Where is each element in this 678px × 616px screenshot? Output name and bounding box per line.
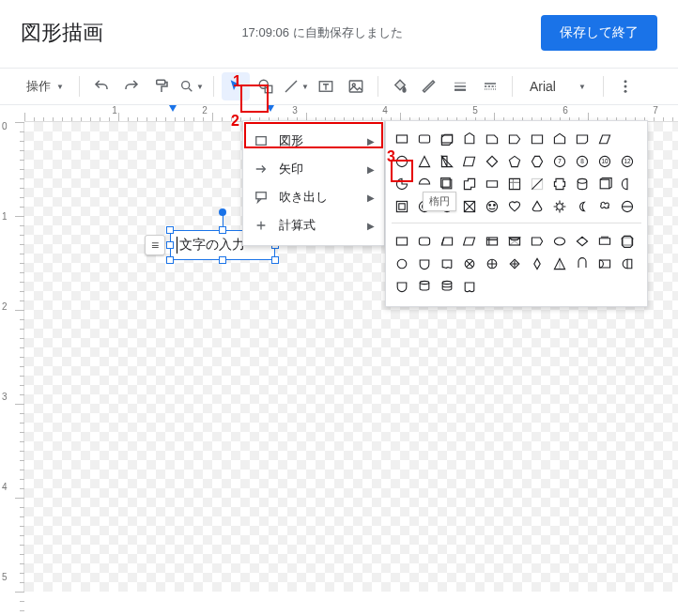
shape-option[interactable]	[617, 174, 638, 194]
redo-button[interactable]	[117, 72, 146, 100]
shape-option[interactable]	[437, 231, 457, 252]
shape-option[interactable]	[527, 174, 547, 194]
undo-button[interactable]	[87, 72, 116, 100]
shape-option[interactable]	[527, 231, 547, 252]
shape-option[interactable]	[572, 174, 593, 194]
shape-option[interactable]	[392, 254, 412, 274]
shape-option[interactable]	[414, 276, 435, 297]
shape-option[interactable]	[459, 129, 480, 149]
resize-handle[interactable]	[166, 226, 174, 234]
shape-option[interactable]	[549, 174, 570, 194]
annotation-2: 2	[231, 113, 239, 130]
border-dash-button[interactable]	[476, 72, 504, 100]
shape-option[interactable]	[504, 196, 525, 217]
shape-option[interactable]	[459, 254, 480, 274]
zoom-button[interactable]: ▼	[177, 72, 206, 100]
border-weight-button[interactable]	[446, 72, 474, 100]
shape-option[interactable]	[527, 254, 547, 274]
shape-option[interactable]	[392, 231, 412, 252]
save-and-close-button[interactable]: 保存して終了	[541, 15, 657, 51]
shape-option[interactable]	[572, 231, 593, 252]
shape-option[interactable]	[459, 151, 480, 172]
shape-option[interactable]	[594, 254, 615, 274]
shape-option[interactable]	[617, 196, 638, 217]
shape-option[interactable]	[437, 151, 457, 172]
resize-handle[interactable]	[271, 256, 279, 264]
shape-option[interactable]: 8	[572, 151, 593, 172]
shape-option[interactable]	[617, 231, 638, 252]
shape-option[interactable]	[392, 276, 412, 297]
shape-option[interactable]	[482, 254, 502, 274]
textbox-text: 文字の入力	[179, 237, 245, 254]
shape-option[interactable]	[527, 151, 547, 172]
shape-option[interactable]	[459, 174, 480, 194]
shape-option[interactable]	[572, 196, 593, 217]
shape-option[interactable]	[504, 254, 525, 274]
arrow-icon	[253, 162, 270, 176]
shape-option[interactable]: 10	[594, 151, 615, 172]
shape-option[interactable]	[504, 129, 525, 149]
menu-item-label: 吹き出し	[279, 189, 328, 206]
menu-item-equation[interactable]: 計算式 ▶	[243, 211, 384, 239]
rotate-connector	[223, 214, 223, 227]
shape-option[interactable]	[482, 231, 502, 252]
shape-option[interactable]	[504, 231, 525, 252]
line-tool-button[interactable]: ▼	[282, 72, 310, 100]
shape-option[interactable]	[549, 231, 570, 252]
shape-option[interactable]	[572, 129, 593, 149]
shape-option[interactable]	[414, 129, 435, 149]
shape-option[interactable]: 12	[617, 151, 638, 172]
shape-option[interactable]	[414, 151, 435, 172]
rotate-handle[interactable]	[219, 208, 226, 216]
chevron-right-icon: ▶	[367, 164, 375, 175]
shape-option[interactable]	[437, 276, 457, 297]
shape-option[interactable]	[414, 254, 435, 274]
fill-color-button[interactable]	[386, 72, 414, 100]
shape-option[interactable]	[459, 231, 480, 252]
shape-option[interactable]	[414, 231, 435, 252]
shape-option[interactable]	[594, 196, 615, 217]
separator	[213, 76, 214, 97]
paint-format-button[interactable]	[147, 72, 176, 100]
shape-option[interactable]	[527, 196, 547, 217]
resize-handle[interactable]	[166, 256, 174, 264]
shape-option[interactable]	[437, 254, 457, 274]
shape-option[interactable]	[594, 129, 615, 149]
svg-rect-42	[486, 238, 497, 245]
menu-item-callouts[interactable]: 吹き出し ▶	[243, 183, 384, 211]
shape-option[interactable]	[437, 129, 457, 149]
resize-handle[interactable]	[219, 226, 226, 234]
shape-option[interactable]	[482, 196, 502, 217]
more-options-button[interactable]	[611, 72, 639, 100]
shape-option[interactable]	[617, 254, 638, 274]
resize-handle[interactable]	[219, 256, 226, 264]
move-handle[interactable]: ≡	[145, 235, 165, 255]
shape-option[interactable]: 7	[549, 151, 570, 172]
shape-option[interactable]	[482, 129, 502, 149]
shape-option[interactable]	[392, 196, 412, 217]
shape-option[interactable]	[549, 196, 570, 217]
shape-option[interactable]	[594, 174, 615, 194]
image-tool-button[interactable]	[342, 72, 370, 100]
shape-option[interactable]	[459, 276, 480, 297]
svg-rect-12	[396, 135, 407, 143]
menu-item-arrows[interactable]: 矢印 ▶	[243, 155, 384, 183]
actions-menu-button[interactable]: 操作 ▼	[19, 72, 71, 100]
shape-option[interactable]	[482, 151, 502, 172]
shape-option[interactable]	[504, 174, 525, 194]
resize-handle[interactable]	[166, 241, 174, 249]
border-color-button[interactable]	[416, 72, 444, 100]
shape-option[interactable]	[527, 129, 547, 149]
shape-option[interactable]	[572, 254, 593, 274]
separator	[378, 76, 378, 97]
shape-option[interactable]	[549, 254, 570, 274]
font-select[interactable]: Arial ▼	[520, 79, 595, 94]
shape-option[interactable]	[392, 129, 412, 149]
shape-option[interactable]	[504, 151, 525, 172]
shape-option[interactable]	[549, 129, 570, 149]
separator	[512, 76, 513, 97]
shape-option[interactable]	[482, 174, 502, 194]
textbox-tool-button[interactable]	[312, 72, 340, 100]
shape-option[interactable]	[594, 231, 615, 252]
shape-option[interactable]	[459, 196, 480, 217]
